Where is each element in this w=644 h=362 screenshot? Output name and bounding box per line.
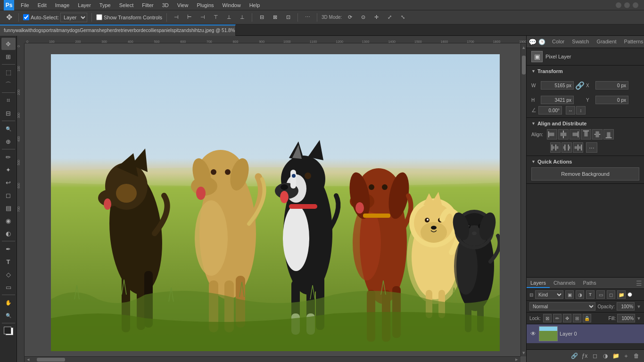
align-center-h-btn[interactable]: ⊢ [184,12,195,23]
tool-pen[interactable]: ✒ [1,243,16,255]
fill-dropdown-arrow[interactable]: ▼ [636,316,641,321]
angle-input[interactable] [538,106,562,115]
menu-select[interactable]: Select [116,1,138,9]
layers-tab-layers[interactable]: Layers [527,279,550,288]
tool-slice[interactable]: ⊟ [1,107,16,119]
tool-zoom[interactable]: 🔍 [1,309,16,321]
x-input[interactable] [595,81,628,90]
menu-filter[interactable]: Filter [138,1,157,9]
menu-3d[interactable]: 3D [158,1,173,9]
flip-h-btn[interactable]: ↔ [566,106,575,115]
tool-lasso[interactable]: ⌒ [1,79,16,91]
tool-dodge[interactable]: ◐ [1,227,16,239]
align-left-edge-btn[interactable] [547,129,557,140]
menu-file[interactable]: File [17,1,33,9]
layer-link-btn[interactable]: 🔗 [570,351,579,361]
layers-tab-paths[interactable]: Paths [579,279,600,288]
layer-adjustment-btn[interactable]: ◑ [601,351,610,361]
align-middle-v-btn2[interactable] [592,129,603,140]
quick-actions-collapse[interactable]: ▼ [531,159,536,164]
fill-input[interactable] [617,314,635,322]
maximize-btn[interactable] [624,2,630,8]
layer-group-btn[interactable]: 📁 [611,351,620,361]
filter-shape-btn[interactable]: ▭ [596,290,605,299]
minimize-btn[interactable] [616,2,621,8]
document-tab[interactable]: funnywalkwithdogsportraitmanydogsGermans… [0,25,236,36]
lock-transparent-btn[interactable]: ⊠ [543,314,552,322]
tool-blur[interactable]: ◉ [1,214,16,227]
3d-pan-btn[interactable]: ✛ [371,12,381,23]
tool-fg-bg-colors[interactable] [2,325,15,337]
filter-adjustment-btn[interactable]: ◑ [576,290,584,299]
lock-artboard-btn[interactable]: ⊞ [573,314,581,322]
layer-delete-btn[interactable]: 🗑 [632,351,641,361]
auto-select-dropdown[interactable]: Layer Group [60,13,87,22]
filter-smart-btn[interactable]: ◻ [607,290,615,299]
tool-eraser[interactable]: ◻ [1,189,16,201]
tool-artboard[interactable]: ⊞ [1,50,16,63]
tab-gradient[interactable]: Gradient [594,37,619,47]
scroll-right-btn[interactable]: ▸ [513,357,520,362]
canvas-image[interactable] [51,54,500,351]
move-tool-icon[interactable]: ✥ [4,12,14,23]
tool-brush[interactable]: ✏ [1,151,16,163]
scrollbar-horizontal[interactable]: ◂ ▸ [25,356,520,362]
menu-window[interactable]: Window [219,1,245,9]
tab-patterns[interactable]: Patterns [621,37,644,47]
lock-position-btn[interactable]: ✥ [563,314,571,322]
filter-pixel-btn[interactable]: ▣ [565,290,574,299]
tool-shape[interactable]: ▭ [1,281,16,293]
dist-left-btn[interactable] [550,142,561,153]
layer-kind-select[interactable]: Kind Name Effect Mode [535,290,563,299]
scroll-up-btn[interactable]: ▴ [521,43,526,51]
align-center-h-btn2[interactable] [558,129,569,140]
layer-fx-btn[interactable]: ƒx [580,351,589,361]
menu-edit[interactable]: Edit [34,1,50,9]
3d-slide-btn[interactable]: ⤢ [384,12,395,23]
tool-eyedrop[interactable]: 🔍 [1,123,16,135]
h-input[interactable] [541,96,574,104]
tool-fill[interactable]: ▤ [1,202,16,214]
lock-pixels-btn[interactable]: ✏ [553,314,561,322]
tool-history[interactable]: ↩ [1,176,16,189]
align-bottom-btn[interactable]: ⊥ [237,12,248,23]
opacity-dropdown-arrow[interactable]: ▼ [636,304,641,309]
more-options-btn[interactable]: ⋯ [302,12,313,23]
link-dimensions-icon[interactable]: 🔗 [576,77,584,94]
3d-rotate-btn[interactable]: ⟳ [345,12,355,23]
filter-dot[interactable] [627,292,632,297]
scroll-thumb-h[interactable] [37,358,65,362]
dist-v-btn[interactable]: ⊠ [270,12,280,23]
menu-plugins[interactable]: Plugins [193,1,217,9]
tool-heal[interactable]: ⊕ [1,135,16,148]
layer-new-btn[interactable]: ＋ [621,351,631,361]
transform-collapse[interactable]: ▼ [531,69,536,74]
filter-type-btn[interactable]: T [586,290,594,299]
tool-stamp[interactable]: ✦ [1,164,16,176]
remove-background-btn[interactable]: Remove Background [531,167,639,181]
align-bottom-edge-btn[interactable] [603,129,614,140]
align-left-btn[interactable]: ⊣ [171,12,182,23]
menu-type[interactable]: Type [96,1,115,9]
align-top-btn[interactable]: ⊤ [211,12,221,23]
layer-visibility-toggle[interactable]: 👁 [529,330,537,337]
dist-center-btn[interactable] [561,142,572,153]
align-middle-v-btn[interactable]: ⊥ [224,12,234,23]
layers-panel-menu-btn[interactable]: ☰ [634,278,644,288]
tool-rect-select[interactable]: ⬚ [1,66,16,78]
blend-mode-select[interactable]: Normal Dissolve Multiply Screen Overlay [529,302,595,311]
layers-tab-channels[interactable]: Channels [550,279,579,288]
y-input[interactable] [595,96,628,104]
dist-right-btn[interactable] [573,142,583,153]
tool-move[interactable]: ✥ [1,38,16,50]
3d-roll-btn[interactable]: ⊙ [358,12,368,23]
scroll-down-btn[interactable]: ▾ [521,349,526,356]
tool-type[interactable]: T [1,255,16,268]
menu-help[interactable]: Help [246,1,264,9]
menu-layer[interactable]: Layer [74,1,95,9]
layer-mask-btn[interactable]: ◻ [590,351,600,361]
tab-color[interactable]: Color [549,37,567,47]
tool-crop[interactable]: ⌗ [1,94,16,107]
dist-h-btn[interactable]: ⊟ [256,12,267,23]
dist-e-btn[interactable]: ⊡ [283,12,293,23]
